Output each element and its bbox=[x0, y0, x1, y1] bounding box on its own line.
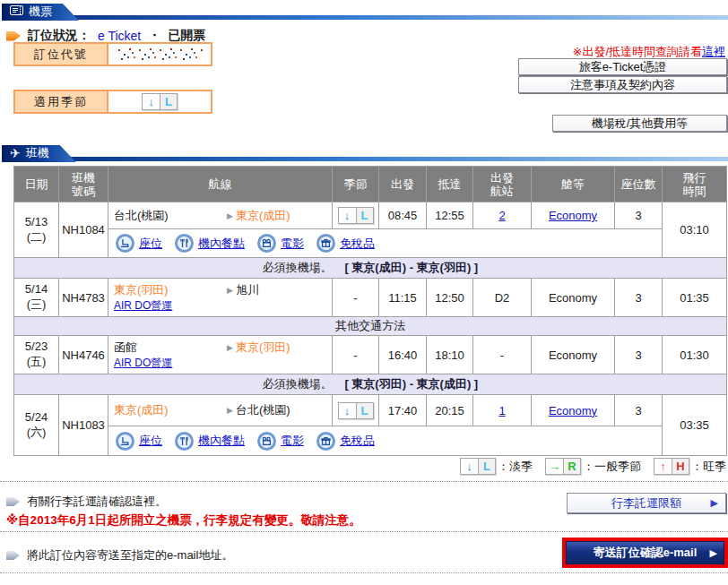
flight3-arrival: 18:10 bbox=[427, 336, 473, 374]
col-season: 季節 bbox=[333, 167, 379, 202]
status-eticket-text: e Ticket bbox=[98, 29, 141, 43]
transfer-note-route: [ 東京(羽田) - 東京(成田) ] bbox=[344, 377, 478, 391]
flight3-route: 函館 AIR DO營運 ▶東京(羽田) bbox=[108, 336, 333, 374]
orange-pennant-icon bbox=[6, 31, 21, 41]
other-transport-note: 其他交通方法 bbox=[14, 317, 727, 336]
flight2-destination: 旭川 bbox=[236, 282, 259, 298]
flight3-seats: 3 bbox=[615, 336, 663, 374]
send-confirmation-email-button[interactable]: 寄送訂位確認e-mail ▶ bbox=[566, 541, 724, 564]
baggage-allowance-button[interactable]: 行李託運限額 ▶ bbox=[567, 493, 726, 513]
baggage-note-text: 有關行李託運請確認這裡。 bbox=[27, 494, 167, 510]
col-date: 日期 bbox=[14, 167, 59, 202]
flight3-duration: 01:30 bbox=[663, 336, 727, 374]
seat-link[interactable]: 座位 bbox=[139, 433, 162, 449]
flight4-services: 座位 機內餐點 電影 免稅品 bbox=[108, 426, 663, 456]
flight2-operator-link[interactable]: AIR DO營運 bbox=[114, 298, 172, 314]
movie-service[interactable]: 電影 bbox=[257, 432, 304, 451]
flight2-terminal: D2 bbox=[473, 279, 532, 317]
table-header-row: 日期 班機 號碼 航線 季節 出發 抵達 出發 航站 艙等 座位數 飛行 時間 bbox=[14, 167, 727, 202]
legend-high-season: ↑H ：旺季 bbox=[654, 458, 726, 475]
dutyfree-link[interactable]: 免稅品 bbox=[340, 236, 375, 252]
season-box: 適用季節 ↓ L bbox=[13, 90, 212, 114]
email-note-text: 將此訂位內容寄送至指定的e-mail地址。 bbox=[27, 547, 233, 563]
route-arrow-icon: ▶ bbox=[227, 406, 233, 415]
dotted-separator bbox=[0, 531, 728, 532]
flight3-season: - bbox=[333, 336, 379, 374]
flight4-date: 5/24 (六) bbox=[14, 395, 59, 456]
seat-service[interactable]: 座位 bbox=[116, 234, 162, 253]
col-cabin: 艙等 bbox=[532, 167, 615, 202]
movie-link[interactable]: 電影 bbox=[281, 433, 304, 449]
seat-icon bbox=[116, 432, 134, 451]
transfer-note-2: 必須換機場。 [ 東京(羽田) - 東京(成田) ] bbox=[14, 374, 727, 395]
col-duration: 飛行 時間 bbox=[663, 167, 727, 202]
dutyfree-icon bbox=[316, 432, 335, 451]
meal-service[interactable]: 機內餐點 bbox=[175, 234, 245, 253]
down-arrow-icon: ↓ bbox=[461, 459, 479, 474]
col-flight-no: 班機 號碼 bbox=[59, 167, 108, 202]
legend-label-low: ：淡季 bbox=[498, 459, 533, 475]
ticket-tab-underline bbox=[2, 15, 728, 20]
meal-link[interactable]: 機內餐點 bbox=[198, 236, 245, 252]
ticket-section-tab: 機票 bbox=[2, 4, 79, 21]
season-label: 適用季節 bbox=[15, 91, 108, 112]
flight1-route: 台北(桃園) ▶東京(成田) bbox=[108, 202, 333, 229]
season-letter: L bbox=[357, 208, 373, 223]
flight3-number: NH4746 bbox=[59, 336, 108, 374]
flights-tab-underline bbox=[2, 157, 728, 161]
dotted-separator bbox=[0, 481, 728, 482]
flight3-origin: 函館 bbox=[114, 340, 137, 356]
flight1-cabin: Economy bbox=[532, 202, 615, 229]
flight4-arrival: 20:15 bbox=[427, 395, 473, 426]
dutyfree-link[interactable]: 免稅品 bbox=[340, 433, 375, 449]
up-arrow-icon: ↑ bbox=[654, 459, 672, 474]
flights-section-tab: ✈ 班機 bbox=[2, 145, 76, 162]
flight4-cabin-link[interactable]: Economy bbox=[549, 404, 597, 417]
baggage-allowance-button-label: 行李託運限額 bbox=[611, 495, 681, 512]
baggage-rule-warning: ※自2013年6月1日起所開立之機票，行李規定有變更。敬請注意。 bbox=[6, 512, 361, 529]
transfer-note-row-2: 必須換機場。 [ 東京(羽田) - 東京(成田) ] bbox=[14, 374, 727, 395]
flight1-duration: 03:10 bbox=[663, 202, 727, 258]
season-down-arrow-icon: ↓ bbox=[339, 403, 357, 418]
flight1-terminal-link[interactable]: 2 bbox=[498, 209, 505, 222]
flight3-terminal: - bbox=[473, 336, 532, 374]
movie-link[interactable]: 電影 bbox=[281, 236, 304, 252]
flight2-origin: 東京(羽田) bbox=[114, 282, 169, 298]
time-query-here-link[interactable]: 這裡 bbox=[702, 45, 725, 58]
reservation-page: 機票 訂位狀況： e Ticket ・ 已開票 訂位代號 ※出發/抵達時間查詢請… bbox=[0, 0, 728, 585]
flight3-operator-link[interactable]: AIR DO營運 bbox=[114, 356, 172, 371]
flight1-number: NH1084 bbox=[59, 202, 108, 258]
flight1-services-row: 座位 機內餐點 電影 免稅品 bbox=[14, 229, 727, 258]
legend-label-high: ：旺季 bbox=[691, 459, 726, 475]
seat-link[interactable]: 座位 bbox=[139, 236, 162, 252]
dutyfree-service[interactable]: 免稅品 bbox=[316, 432, 375, 451]
season-letter: L bbox=[160, 94, 177, 109]
flight-row-4: 5/24 (六) NH1083 東京(成田) ▶台北(桃園) ↓L 17:40 … bbox=[14, 395, 727, 426]
meal-service[interactable]: 機內餐點 bbox=[175, 432, 245, 451]
meal-icon bbox=[175, 432, 194, 451]
col-arrival: 抵達 bbox=[427, 167, 473, 202]
send-confirmation-email-label: 寄送訂位確認e-mail bbox=[594, 545, 698, 561]
movie-service[interactable]: 電影 bbox=[257, 234, 304, 253]
meal-link[interactable]: 機內餐點 bbox=[198, 433, 245, 449]
transfer-note-row-1: 必須換機場。 [ 東京(成田) - 東京(羽田) ] bbox=[14, 258, 727, 279]
dutyfree-service[interactable]: 免稅品 bbox=[316, 234, 375, 253]
flight2-arrival: 12:50 bbox=[427, 279, 473, 317]
airport-tax-button[interactable]: 機場稅/其他費用等 bbox=[552, 115, 727, 132]
flight2-date: 5/14 (三) bbox=[14, 279, 59, 317]
season-down-arrow-icon: ↓ bbox=[143, 94, 160, 109]
seat-service[interactable]: 座位 bbox=[116, 432, 162, 451]
legend-letter-h: H bbox=[672, 459, 689, 474]
movie-icon bbox=[257, 432, 276, 451]
other-transport-row: 其他交通方法 bbox=[14, 317, 727, 336]
flight2-number: NH4783 bbox=[59, 279, 108, 317]
flight4-services-row: 座位 機內餐點 電影 免稅品 bbox=[14, 426, 727, 456]
flight4-terminal-link[interactable]: 1 bbox=[498, 404, 505, 417]
transfer-note-route: [ 東京(成田) - 東京(羽田) ] bbox=[344, 261, 478, 274]
season-legend: ↓L ：淡季 →R ：一般季節 ↑H ：旺季 bbox=[453, 458, 726, 475]
season-l-badge: ↓ L bbox=[142, 93, 178, 110]
redacted-booking-code bbox=[117, 47, 203, 63]
eticket-receipt-button[interactable]: 旅客e-Ticket憑證 bbox=[518, 58, 727, 75]
notice-contract-button[interactable]: 注意事項及契約內容 bbox=[518, 76, 727, 93]
flight1-cabin-link[interactable]: Economy bbox=[549, 209, 597, 222]
